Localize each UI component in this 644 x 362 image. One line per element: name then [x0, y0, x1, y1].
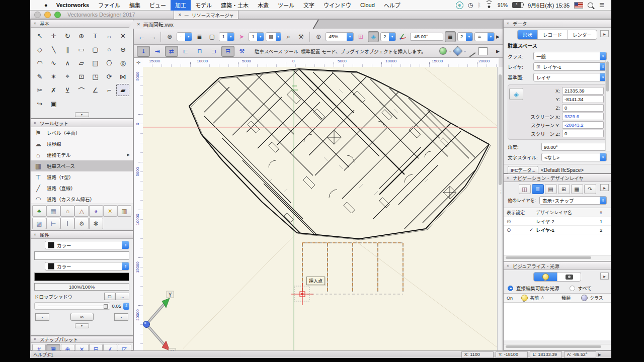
visibility-column-header[interactable]: 表示設定: [504, 209, 527, 216]
palette-collapse-button[interactable]: ▾: [75, 112, 89, 117]
palette-collapse-button[interactable]: ▾: [75, 323, 89, 328]
toolset-category-icon[interactable]: ✱: [89, 218, 103, 229]
close-icon[interactable]: ✕: [506, 176, 510, 180]
attr-dropdown-left[interactable]: ▾: [35, 313, 49, 321]
stepper-icon[interactable]: ⇕: [122, 241, 129, 249]
fill-color-swatch[interactable]: [48, 242, 54, 248]
search-tools-icon[interactable]: ⌕: [283, 31, 294, 42]
navigation-tab-icon[interactable]: ◫: [519, 184, 531, 194]
build-tools-icon[interactable]: ⚒: [295, 31, 306, 42]
toolbar-overflow-button[interactable]: ▶: [496, 34, 500, 39]
tool-icon[interactable]: ✶: [47, 70, 60, 82]
navigation-horizontal-scrollbar[interactable]: [504, 255, 611, 260]
tool-icon[interactable]: ◎: [116, 57, 129, 69]
tool-mode-button[interactable]: ⊐: [207, 46, 220, 57]
tool-icon[interactable]: ∥: [61, 43, 74, 55]
tool-icon[interactable]: ↻: [61, 30, 74, 42]
editable-lights-radio[interactable]: [508, 286, 513, 291]
saved-views-dropdown[interactable]: -▾: [177, 32, 192, 41]
tool-icon[interactable]: T: [89, 30, 102, 42]
other-layers-dropdown[interactable]: 表示+スナップ⇕: [539, 196, 607, 205]
visualize-horizontal-scrollbar[interactable]: [504, 344, 611, 349]
visualize-palette-header[interactable]: ✕ ビジュアライズ - 光源: [504, 262, 611, 270]
reference-plane-dropdown[interactable]: レイヤ▾: [533, 73, 607, 81]
tool-icon[interactable]: ∧: [61, 57, 74, 69]
notification-center-icon[interactable]: ☰: [599, 2, 604, 9]
render-mode-dropdown[interactable]: ☕▾: [474, 32, 495, 41]
length-readout[interactable]: L:18133.39: [530, 351, 562, 358]
menu-item[interactable]: 編集: [125, 0, 145, 11]
zoom-icon[interactable]: ⊕: [313, 31, 324, 42]
ruler-origin-icon[interactable]: ✛: [134, 58, 143, 67]
menu-item[interactable]: ウインドウ: [319, 0, 356, 11]
panel-expand-button[interactable]: ▶: [600, 184, 609, 191]
tool-icon[interactable]: ⟳: [103, 70, 116, 82]
pen-color-swatch[interactable]: [48, 263, 54, 269]
screen-x-field[interactable]: 9329.6: [562, 113, 604, 120]
data-tab[interactable]: レコード: [538, 30, 568, 39]
toolset-item[interactable]: ╱ 道路（直線）: [31, 183, 133, 194]
screen-z-field[interactable]: 0: [562, 130, 604, 137]
close-icon[interactable]: ✕: [33, 121, 37, 125]
tool-icon[interactable]: ✕: [116, 30, 129, 42]
layer-row[interactable]: ⊙ レイヤ-2 1: [504, 217, 611, 226]
tool-mode-button[interactable]: ⇥: [151, 46, 164, 57]
canvas-vertical-scrollbar[interactable]: ⋯: [497, 67, 503, 351]
tool-icon[interactable]: ▱: [75, 57, 88, 69]
saved-views-icon[interactable]: ⊛: [164, 31, 175, 42]
cursor-y-readout[interactable]: Y:-18100: [496, 351, 528, 358]
menu-clock[interactable]: 9月6日(水) 15:35: [528, 1, 570, 9]
screen-y-field[interactable]: -20843.2: [562, 121, 604, 129]
panel-expand-button[interactable]: ▶: [600, 273, 609, 280]
pen-style-dropdown[interactable]: カラー ⇕: [45, 262, 129, 270]
minimize-icon[interactable]: —: [185, 13, 189, 17]
tool-icon[interactable]: ⌒: [75, 84, 88, 96]
stepper-icon[interactable]: ⇕: [123, 303, 129, 310]
toolset-category-icon[interactable]: ♣: [32, 205, 46, 217]
zoom-level-dropdown[interactable]: 45%▾: [326, 32, 354, 41]
menu-item[interactable]: Cloud: [356, 0, 379, 11]
surface-render-icon[interactable]: [439, 47, 447, 55]
tool-icon[interactable]: ▣: [47, 98, 60, 110]
coordinate-axes-icon[interactable]: [397, 31, 409, 42]
menu-item[interactable]: 文字: [299, 0, 319, 11]
menu-item[interactable]: ビュー: [145, 0, 171, 11]
lights-tab[interactable]: [534, 273, 557, 281]
x-coordinate-field[interactable]: 21335.39: [562, 87, 604, 95]
attr-dropdown-right[interactable]: ▾: [114, 313, 128, 321]
close-icon[interactable]: ✕: [33, 337, 37, 341]
y-coordinate-field[interactable]: -8141.34: [562, 96, 604, 103]
page-dropdown[interactable]: ▤▾: [266, 32, 281, 41]
zoom-window-button[interactable]: [54, 12, 61, 18]
evernote-icon[interactable]: e: [456, 2, 463, 9]
fill-swatch-button[interactable]: [478, 47, 488, 55]
input-language-flag-icon[interactable]: [574, 2, 583, 9]
layer-number-column-header[interactable]: #: [600, 210, 611, 215]
line-weight-slider[interactable]: [34, 302, 110, 310]
tool-icon[interactable]: ⋈: [116, 70, 129, 82]
fill-preview[interactable]: [34, 251, 129, 260]
arrow-tool-icon[interactable]: ➤: [236, 31, 247, 42]
minimize-window-button[interactable]: [44, 12, 51, 18]
data-tab[interactable]: 形状: [518, 30, 538, 39]
class-options-icon[interactable]: ▢: [206, 31, 217, 42]
tool-icon[interactable]: ⌐: [103, 84, 116, 96]
window-title-bar[interactable]: Vectorworks Designer 2017 ✕ — リソースマネージャ: [30, 11, 611, 19]
cameras-tab[interactable]: [557, 273, 581, 281]
menu-item[interactable]: Vectorworks: [52, 0, 94, 11]
toolset-category-icon[interactable]: ◕: [89, 205, 103, 217]
tool-icon[interactable]: ✂: [33, 84, 46, 96]
spotlight-icon[interactable]: [588, 3, 593, 8]
tool-icon[interactable]: ⊡: [75, 70, 88, 82]
navigation-tab-icon[interactable]: ▤: [545, 184, 557, 194]
apple-menu-icon[interactable]: ●: [44, 2, 48, 8]
menu-item[interactable]: ファイル: [94, 0, 125, 11]
tool-icon[interactable]: ⊻: [61, 84, 74, 96]
layer-name[interactable]: レイヤ-2: [536, 218, 600, 225]
tool-icon[interactable]: ▤: [89, 57, 102, 69]
tool-mode-button[interactable]: ⚒: [235, 46, 249, 57]
tool-icon[interactable]: ✗: [47, 84, 60, 96]
back-view-button[interactable]: ←: [137, 32, 146, 41]
toolset-category-icon[interactable]: ⚙: [74, 218, 89, 229]
bluetooth-icon[interactable]: ᛒ: [477, 2, 481, 8]
